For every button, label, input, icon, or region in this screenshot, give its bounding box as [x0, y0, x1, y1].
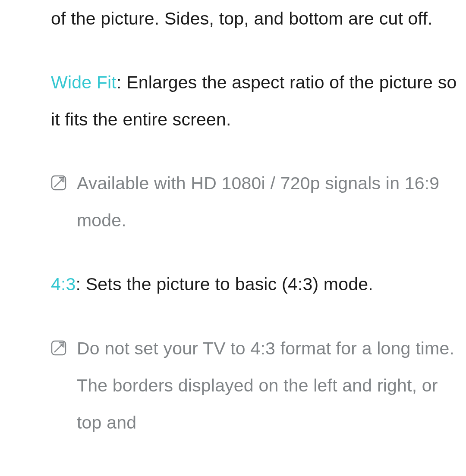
note-text: Do not set your TV to 4:3 format for a l…	[77, 330, 457, 441]
note-icon	[51, 175, 66, 191]
note-hd-signals: Available with HD 1080i / 720p signals i…	[51, 165, 457, 239]
desc-4-3: : Sets the picture to basic (4:3) mode.	[76, 274, 373, 294]
paragraph-wide-fit: Wide Fit: Enlarges the aspect ratio of t…	[51, 64, 457, 138]
note-text: Available with HD 1080i / 720p signals i…	[77, 165, 457, 239]
svg-line-1	[54, 178, 63, 187]
body-text: of the picture. Sides, top, and bottom a…	[51, 9, 433, 28]
svg-line-6	[54, 344, 63, 352]
term-4-3: 4:3	[51, 274, 76, 294]
paragraph-4-3: 4:3: Sets the picture to basic (4:3) mod…	[51, 266, 457, 303]
manual-page: of the picture. Sides, top, and bottom a…	[0, 0, 466, 441]
paragraph-previous-tail: of the picture. Sides, top, and bottom a…	[51, 0, 457, 37]
note-icon	[51, 340, 66, 356]
note-4-3-warning: Do not set your TV to 4:3 format for a l…	[51, 330, 457, 441]
term-wide-fit: Wide Fit	[51, 72, 116, 92]
